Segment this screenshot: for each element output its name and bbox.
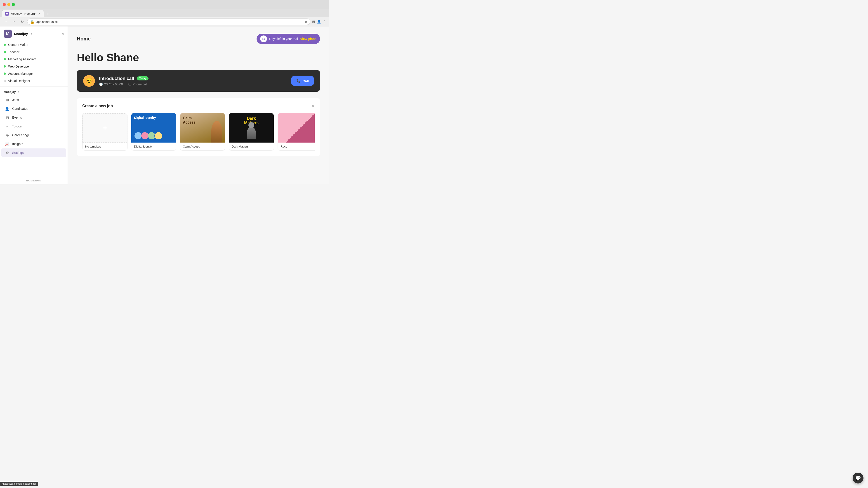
job-name: Teacher	[8, 50, 20, 54]
template-thumb-race	[278, 113, 315, 142]
title-bar	[0, 0, 329, 9]
career-page-icon: ⊕	[5, 133, 9, 137]
template-card-dark-matters[interactable]: DarkMatters Dark Matters	[229, 113, 274, 151]
template-card-digital-identity[interactable]: Digital Identity Digital Identity	[131, 113, 176, 151]
org-dropdown-icon[interactable]: ▼	[30, 32, 33, 35]
jobs-icon: ⊞	[5, 98, 9, 102]
sidebar-header: M Moodjoy ▼ «	[0, 26, 68, 41]
profile-icon[interactable]: 👤	[317, 20, 321, 24]
new-tab-button[interactable]: +	[45, 11, 51, 17]
sidebar-item-events[interactable]: ⊟ Events	[1, 113, 66, 122]
template-thumb-di: Digital Identity	[131, 113, 176, 142]
candidates-label: Candidates	[12, 107, 28, 110]
candidates-icon: 👤	[5, 106, 9, 111]
main-content: Home 14 Days left in your trial View pla…	[68, 26, 329, 184]
call-title: Introduction call	[99, 76, 134, 81]
clock-icon: 🕐	[99, 83, 103, 86]
minimize-window-button[interactable]	[7, 3, 10, 6]
section-caret-icon: ▼	[18, 91, 20, 93]
sidebar-item-jobs[interactable]: ⊞ Jobs	[1, 96, 66, 104]
sidebar-job-item[interactable]: Marketing Associate	[0, 56, 68, 63]
call-btn-label: Call	[303, 79, 309, 83]
call-btn-icon: 📞	[296, 79, 301, 83]
tab-bar: M Moodjoy - Homerun ✕ +	[0, 9, 329, 17]
job-name: Web Developer	[8, 65, 30, 68]
settings-label: Settings	[12, 151, 24, 155]
tab-close-button[interactable]: ✕	[38, 12, 40, 15]
org-info[interactable]: M Moodjoy ▼	[4, 30, 33, 38]
view-plans-link[interactable]: View plans	[300, 37, 316, 41]
phone-icon: 📞	[127, 83, 131, 86]
insights-icon: 📈	[5, 142, 9, 146]
call-time: 🕐 23:45 - 00:00	[99, 83, 123, 86]
sidebar-job-item[interactable]: Web Developer	[0, 63, 68, 70]
maximize-window-button[interactable]	[12, 3, 15, 6]
call-title-row: Introduction call Today	[99, 76, 287, 81]
org-avatar: M	[4, 30, 12, 38]
browser-actions: ⊞ 👤 ⋮	[312, 20, 327, 24]
job-list: Content Writer Teacher Marketing Associa…	[0, 41, 68, 85]
star-icon[interactable]: ★	[305, 20, 307, 24]
job-name: Visual Designer	[8, 79, 30, 83]
template-thumb-blank: +	[83, 113, 127, 142]
sidebar-job-item[interactable]: Visual Designer	[0, 77, 68, 85]
create-job-header: Create a new job ✕	[82, 103, 315, 108]
close-window-button[interactable]	[3, 3, 6, 6]
sidebar-item-career-page[interactable]: ⊕ Career page	[1, 131, 66, 139]
refresh-button[interactable]: ↻	[19, 19, 25, 25]
security-icon: 🔒	[30, 20, 35, 24]
sidebar-job-item[interactable]: Teacher	[0, 48, 68, 56]
template-card-race[interactable]: Race	[278, 113, 315, 151]
call-details: 🕐 23:45 - 00:00 📞 Phone call	[99, 83, 287, 86]
homerun-logo: HOMERUN	[0, 176, 68, 184]
url-input[interactable]	[36, 20, 303, 24]
job-status-dot	[4, 58, 6, 60]
sidebar-item-todos[interactable]: ✓ To-dos	[1, 122, 66, 131]
template-label: No template	[83, 142, 127, 151]
close-create-job-button[interactable]: ✕	[311, 103, 315, 108]
app-layout: M Moodjoy ▼ « Content Writer Teacher Mar…	[0, 26, 329, 184]
template-card-calm-access[interactable]: CalmAccess Calm Access	[180, 113, 225, 151]
greeting: Hello Shane	[77, 51, 320, 64]
section-label: Moodjoy ▼	[0, 88, 68, 95]
section-label-text: Moodjoy	[4, 90, 16, 94]
trial-days-circle: 14	[260, 35, 267, 42]
nav-list: ⊞ Jobs 👤 Candidates ⊟ Events ✓ To-dos ⊕ …	[0, 96, 68, 157]
sidebar-job-item[interactable]: Account Manager	[0, 70, 68, 77]
menu-icon[interactable]: ⋮	[323, 20, 327, 24]
tab-title: Moodjoy - Homerun	[11, 12, 36, 15]
template-thumb-dm: DarkMatters	[229, 113, 274, 142]
template-label: Calm Access	[180, 142, 225, 151]
call-info: Introduction call Today 🕐 23:45 - 00:00 …	[99, 76, 287, 86]
top-bar: Home 14 Days left in your trial View pla…	[77, 34, 320, 44]
job-status-dot	[4, 80, 6, 82]
template-thumb-ca: CalmAccess	[180, 113, 225, 142]
page-title: Home	[77, 36, 91, 42]
browser-chrome: M Moodjoy - Homerun ✕ + ← → ↻ 🔒 ★ ⊞ 👤 ⋮	[0, 0, 329, 26]
template-card-no-template[interactable]: + No template	[82, 113, 127, 151]
call-button[interactable]: 📞 Call	[291, 76, 314, 86]
events-label: Events	[12, 116, 22, 119]
extensions-icon[interactable]: ⊞	[312, 20, 315, 24]
settings-icon: ⚙	[5, 151, 9, 155]
call-card: 😊 Introduction call Today 🕐 23:45 - 00:0…	[77, 70, 320, 92]
sidebar: M Moodjoy ▼ « Content Writer Teacher Mar…	[0, 26, 68, 184]
sidebar-item-settings[interactable]: ⚙ Settings	[1, 149, 66, 157]
job-status-dot	[4, 72, 6, 75]
call-time-text: 23:45 - 00:00	[104, 83, 123, 86]
sidebar-job-item[interactable]: Content Writer	[0, 41, 68, 48]
sidebar-divider	[0, 86, 68, 87]
address-bar[interactable]: 🔒 ★	[27, 19, 310, 25]
back-button[interactable]: ←	[3, 19, 9, 25]
collapse-sidebar-button[interactable]: «	[62, 32, 64, 36]
browser-tab[interactable]: M Moodjoy - Homerun ✕	[2, 10, 44, 17]
job-status-dot	[4, 65, 6, 68]
template-label: Dark Matters	[229, 142, 274, 151]
forward-button[interactable]: →	[11, 19, 17, 25]
job-templates: + No template Digital Identity Digital I…	[82, 113, 315, 151]
call-type-text: Phone call	[133, 83, 147, 86]
tab-favicon: M	[5, 12, 9, 15]
job-status-dot	[4, 51, 6, 53]
sidebar-item-insights[interactable]: 📈 Insights	[1, 140, 66, 148]
sidebar-item-candidates[interactable]: 👤 Candidates	[1, 104, 66, 113]
